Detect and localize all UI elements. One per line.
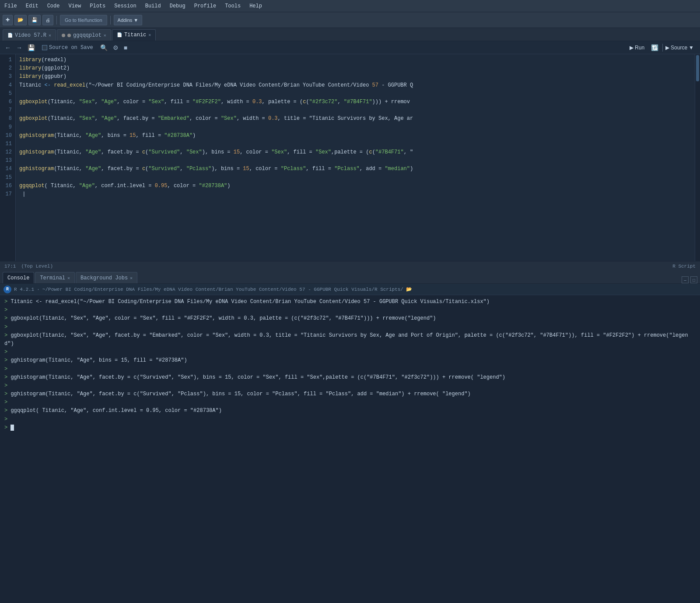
run-label: Run <box>635 45 644 51</box>
status-bar: 17:1 (Top Level) R Script <box>0 261 700 271</box>
back-button[interactable]: ← <box>4 44 12 52</box>
status-right: R Script <box>672 264 696 269</box>
save-file-button[interactable]: 💾 <box>26 44 36 52</box>
tab-video57-label: Video 57.R <box>15 32 46 38</box>
search-button[interactable]: 🔍 <box>99 44 109 52</box>
console-header-info: R R 4.2.1 · ~/Power BI Coding/Enterprise… <box>4 286 412 293</box>
tab-ggqqqplot-label: ggqqqplot <box>73 32 102 38</box>
menu-view[interactable]: View <box>66 2 83 10</box>
menu-plots[interactable]: Plots <box>88 2 107 10</box>
source-icon: ▶ <box>665 45 669 51</box>
maximize-button[interactable]: □ <box>690 276 697 283</box>
source-on-save-text: Source on Save <box>49 45 93 51</box>
open-folder-icon[interactable]: 📂 <box>406 286 412 292</box>
tab-console-label: Console <box>7 275 29 281</box>
tab-console[interactable]: Console <box>3 272 34 283</box>
go-to-function-label: Go to file/function <box>65 17 102 23</box>
source-chevron-icon: ▼ <box>689 45 694 51</box>
top-level: (Top Level) <box>21 264 53 269</box>
run-icon: ▶ <box>630 45 634 51</box>
console-container: Console Terminal ✕ Background Jobs ✕ – □… <box>0 271 700 603</box>
menu-code[interactable]: Code <box>46 2 62 10</box>
menu-bar: File Edit Code View Plots Session Build … <box>0 0 700 12</box>
addins-label: Addins <box>118 17 133 23</box>
tab-titanic-icon: 📄 <box>117 32 122 38</box>
addins-button[interactable]: Addins ▼ <box>114 15 143 25</box>
status-left: 17:1 (Top Level) <box>4 264 53 269</box>
tab-ggqqqplot-dot <box>62 34 65 37</box>
editor-toolbar-right: ▶ Run 🔃 ▶ Source ▼ <box>627 44 696 52</box>
separator2 <box>110 16 111 24</box>
menu-debug[interactable]: Debug <box>168 2 187 10</box>
code-editor: 1234567891011121314151617 library(readxl… <box>0 54 700 261</box>
line-numbers: 1234567891011121314151617 <box>0 54 16 261</box>
tab-video57-close[interactable]: ✕ <box>49 33 51 38</box>
open-file-button[interactable]: 📂 <box>14 15 27 25</box>
save-button[interactable]: 💾 <box>28 15 41 25</box>
new-file-button[interactable]: ✚ <box>3 15 13 25</box>
tab-terminal-label: Terminal <box>40 275 65 281</box>
source-button[interactable]: ▶ Source ▼ <box>662 44 696 52</box>
menu-profile[interactable]: Profile <box>192 2 218 10</box>
square-button[interactable]: ■ <box>122 44 129 52</box>
run-button[interactable]: ▶ Run <box>627 44 647 52</box>
scrollbar-thumb[interactable] <box>696 55 699 81</box>
menu-help[interactable]: Help <box>248 2 264 10</box>
main-toolbar: ✚ 📂 💾 🖨 Go to file/function Addins ▼ <box>0 12 700 28</box>
editor-toolbar-left: ← → 💾 Source on Save 🔍 ⚙ ■ <box>4 44 129 52</box>
minimize-buttons: – □ <box>682 276 697 283</box>
r-logo: R <box>4 286 11 293</box>
rerun-button[interactable]: 🔃 <box>650 44 660 52</box>
code-content[interactable]: library(readxl)library(ggplot2)library(g… <box>16 54 695 261</box>
cursor-position: 17:1 <box>4 264 16 269</box>
source-on-save-checkbox[interactable] <box>42 45 47 50</box>
editor-tabs: 📄 Video 57.R ✕ ggqqqplot ✕ 📄 Titanic ✕ <box>0 28 700 41</box>
tab-background-jobs-close[interactable]: ✕ <box>130 275 133 281</box>
console-tabs: Console Terminal ✕ Background Jobs ✕ – □ <box>0 271 700 284</box>
r-version: R 4.2.1 <box>14 287 34 292</box>
tab-titanic-label: Titanic <box>124 32 146 38</box>
console-header: R R 4.2.1 · ~/Power BI Coding/Enterprise… <box>0 284 700 295</box>
tab-terminal[interactable]: Terminal ✕ <box>35 272 75 283</box>
go-to-function-button[interactable]: Go to file/function <box>60 15 107 25</box>
tab-ggqqqplot[interactable]: ggqqqplot ✕ <box>57 29 111 41</box>
menu-session[interactable]: Session <box>112 2 138 10</box>
tab-titanic-close[interactable]: ✕ <box>148 32 151 38</box>
menu-tools[interactable]: Tools <box>223 2 242 10</box>
tab-terminal-close[interactable]: ✕ <box>67 275 70 281</box>
menu-build[interactable]: Build <box>144 2 163 10</box>
tab-video57[interactable]: 📄 Video 57.R ✕ <box>3 29 56 41</box>
tab-ggqqqplot-close[interactable]: ✕ <box>104 33 106 38</box>
tab-ggqqqplot-dot2 <box>67 34 71 37</box>
forward-button[interactable]: → <box>15 44 24 52</box>
tab-background-jobs-label: Background Jobs <box>80 275 128 281</box>
editor-scrollbar[interactable] <box>695 54 700 261</box>
minimize-button[interactable]: – <box>682 276 689 283</box>
editor-toolbar: ← → 💾 Source on Save 🔍 ⚙ ■ ▶ Run 🔃 ▶ Sou… <box>0 41 700 54</box>
tab-titanic[interactable]: 📄 Titanic ✕ <box>112 29 156 41</box>
path-separator: · <box>37 287 40 292</box>
working-directory: ~/Power BI Coding/Enterprise DNA Files/M… <box>42 287 403 292</box>
menu-file[interactable]: File <box>3 2 19 10</box>
tab-background-jobs[interactable]: Background Jobs ✕ <box>76 272 137 283</box>
console-output[interactable]: > Titanic <- read_excel("~/Power BI Codi… <box>0 295 700 603</box>
file-type: R Script <box>672 264 696 269</box>
print-button[interactable]: 🖨 <box>42 15 53 25</box>
tab-video57-icon: 📄 <box>7 33 13 38</box>
tools-button[interactable]: ⚙ <box>112 44 120 52</box>
separator <box>56 16 57 24</box>
source-label: Source <box>671 45 687 51</box>
addins-chevron-icon: ▼ <box>133 17 138 23</box>
source-on-save-label: Source on Save <box>42 45 93 51</box>
menu-edit[interactable]: Edit <box>24 2 40 10</box>
